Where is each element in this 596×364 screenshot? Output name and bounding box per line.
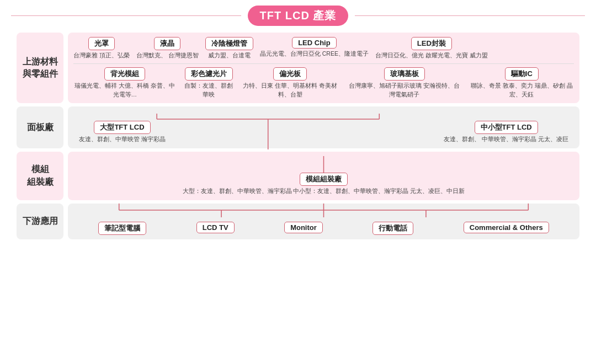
panel-small-item: 中小型TFT LCD友達、群創、 中華映管、瀚宇彩晶 元太、凌巨 <box>444 121 568 144</box>
downstream-box-row: 筆記型電腦 LCD TV Monitor 行動電話 Commercial & O… <box>73 208 574 235</box>
upstream-body: 光罩台灣豪雅 頂正、弘榮液晶台灣默克、 台灣捷恩智冷陰極燈管威力盟、台達電LED… <box>68 33 579 103</box>
upstream-box: 彩色濾光片 <box>185 67 233 81</box>
upstream-subtext: 台灣康寧、旭硝子顯示玻璃 安瀚視特、台灣電氣硝子 <box>346 82 463 99</box>
panel-box-row: 大型TFT LCD友達、群創、中華映管 瀚宇彩晶中小型TFT LCD友達、群創、… <box>73 111 574 144</box>
upstream-box: 光罩 <box>88 37 115 50</box>
downstream-box-1: LCD TV <box>196 222 235 233</box>
upstream-row: 上游材料 與零組件 光罩台灣豪雅 頂正、弘榮液晶台灣默克、 台灣捷恩智冷陰極燈管… <box>17 33 579 103</box>
upstream-grid: 光罩台灣豪雅 頂正、弘榮液晶台灣默克、 台灣捷恩智冷陰極燈管威力盟、台達電LED… <box>73 37 574 99</box>
upstream-subtext: 瑞儀光電、輔祥 大億、科橋 奈普、中光電等… <box>73 82 177 99</box>
upstream-item: 液晶台灣默克、 台灣捷恩智 <box>136 37 199 60</box>
upstream-box: 冷陰極燈管 <box>205 37 253 50</box>
upstream-item: 光罩台灣豪雅 頂正、弘榮 <box>73 37 130 60</box>
upstream-item: 冷陰極燈管威力盟、台達電 <box>205 37 253 60</box>
downstream-label: 下游應用 <box>17 204 63 239</box>
upstream-item: 驅動IC聯詠、奇景 敦泰、奕力 瑞鼎、矽創 晶宏、天鈺 <box>470 67 574 99</box>
module-content: 模組組裝廠 大型：友達、群創、中華映管、瀚宇彩晶 中小型：友達、群創、中華映管、… <box>73 156 574 196</box>
downstream-body: 筆記型電腦 LCD TV Monitor 行動電話 Commercial & O… <box>68 204 579 239</box>
upstream-item: 玻璃基板台灣康寧、旭硝子顯示玻璃 安瀚視特、台灣電氣硝子 <box>346 67 463 99</box>
module-subtext: 大型：友達、群創、中華映管、瀚宇彩晶 中小型：友達、群創、中華映管、瀚宇彩晶 元… <box>183 187 465 196</box>
panel-large-box: 大型TFT LCD <box>94 121 150 134</box>
title-line-right <box>355 15 585 16</box>
chart-container: 上游材料 與零組件 光罩台灣豪雅 頂正、弘榮液晶台灣默克、 台灣捷恩智冷陰極燈管… <box>11 33 585 239</box>
upstream-box: 偏光板 <box>273 67 307 81</box>
upstream-box: 玻璃基板 <box>384 67 425 81</box>
panel-small-subtext: 友達、群創、 中華映管、瀚宇彩晶 元太、凌巨 <box>444 135 568 144</box>
downstream-box-0: 筆記型電腦 <box>98 222 146 235</box>
module-box-row: 模組組裝廠 大型：友達、群創、中華映管、瀚宇彩晶 中小型：友達、群創、中華映管、… <box>73 156 574 196</box>
panel-label: 面板廠 <box>17 106 63 148</box>
upstream-box: 背光模組 <box>104 67 145 81</box>
downstream-box-2: Monitor <box>284 222 323 233</box>
upstream-subtext: 台灣默克、 台灣捷恩智 <box>136 51 199 60</box>
upstream-row1: 光罩台灣豪雅 頂正、弘榮液晶台灣默克、 台灣捷恩智冷陰極燈管威力盟、台達電LED… <box>73 37 574 60</box>
downstream-item: Monitor <box>284 222 323 233</box>
panel-small-box: 中小型TFT LCD <box>475 121 538 134</box>
upstream-label: 上游材料 與零組件 <box>17 33 63 103</box>
downstream-row: 下游應用 筆記型電腦 LCD TV Monitor 行動電話 Commercia… <box>17 204 579 239</box>
module-body: 模組組裝廠 大型：友達、群創、中華映管、瀚宇彩晶 中小型：友達、群創、中華映管、… <box>68 152 579 200</box>
downstream-box-4: Commercial & Others <box>464 222 549 233</box>
title-line-left <box>11 15 241 16</box>
downstream-item: 筆記型電腦 <box>98 222 146 235</box>
upstream-item: LED Chip晶元光電、台灣日亞化 CREE、隆達電子 <box>260 37 369 58</box>
panel-content: 大型TFT LCD友達、群創、中華映管 瀚宇彩晶中小型TFT LCD友達、群創、… <box>73 111 574 144</box>
upstream-item: 彩色濾光片自製：友達、群創 華映 <box>183 67 235 99</box>
upstream-subtext: 台灣日亞化、億光 啟耀光電、光寶 威力盟 <box>375 51 488 60</box>
downstream-item: Commercial & Others <box>464 222 549 233</box>
upstream-subtext: 自製：友達、群創 華映 <box>183 82 235 99</box>
upstream-box: 驅動IC <box>505 67 539 81</box>
upstream-item: 背光模組瑞儀光電、輔祥 大億、科橋 奈普、中光電等… <box>73 67 177 99</box>
upstream-subtext: 威力盟、台達電 <box>208 51 251 60</box>
panel-large-item: 大型TFT LCD友達、群創、中華映管 瀚宇彩晶 <box>79 121 166 144</box>
upstream-subtext: 聯詠、奇景 敦泰、奕力 瑞鼎、矽創 晶宏、天鈺 <box>470 82 574 99</box>
upstream-box: 液晶 <box>154 37 180 50</box>
downstream-box-3: 行動電話 <box>372 222 413 235</box>
upstream-subtext: 力特、日東 住華、明基材料 奇美材料、台塑 <box>241 82 339 99</box>
module-row: 模組 組裝廠 模組組裝廠 大型：友達、群創、中華映管、瀚宇彩晶 中小型：友達、群… <box>17 152 579 200</box>
module-box: 模組組裝廠 <box>300 173 348 186</box>
panel-body: 大型TFT LCD友達、群創、中華映管 瀚宇彩晶中小型TFT LCD友達、群創、… <box>68 106 579 148</box>
panel-large-subtext: 友達、群創、中華映管 瀚宇彩晶 <box>79 135 166 144</box>
upstream-divider <box>73 63 574 64</box>
panel-row-wrap: 面板廠 大型TFT LCD友達、群創、中華映管 瀚宇彩晶中小型TFT LCD友達… <box>17 106 579 148</box>
downstream-item: LCD TV <box>196 222 235 233</box>
page-wrapper: TFT LCD 產業 上游材料 與零組件 光罩台灣豪雅 頂正、弘榮液晶台灣默克、… <box>0 0 596 364</box>
module-label: 模組 組裝廠 <box>17 152 63 200</box>
downstream-item: 行動電話 <box>372 222 413 235</box>
upstream-item: 偏光板力特、日東 住華、明基材料 奇美材料、台塑 <box>241 67 339 99</box>
page-title: TFT LCD 產業 <box>248 6 349 26</box>
upstream-box: LED封裝 <box>411 37 452 50</box>
upstream-subtext: 晶元光電、台灣日亞化 CREE、隆達電子 <box>260 50 369 58</box>
upstream-box: LED Chip <box>292 37 337 49</box>
upstream-subtext: 台灣豪雅 頂正、弘榮 <box>73 51 130 60</box>
upstream-item: LED封裝台灣日亞化、億光 啟耀光電、光寶 威力盟 <box>375 37 488 60</box>
title-area: TFT LCD 產業 <box>11 6 585 26</box>
module-item: 模組組裝廠 大型：友達、群創、中華映管、瀚宇彩晶 中小型：友達、群創、中華映管、… <box>183 173 465 196</box>
upstream-row2: 背光模組瑞儀光電、輔祥 大億、科橋 奈普、中光電等…彩色濾光片自製：友達、群創 … <box>73 67 574 99</box>
